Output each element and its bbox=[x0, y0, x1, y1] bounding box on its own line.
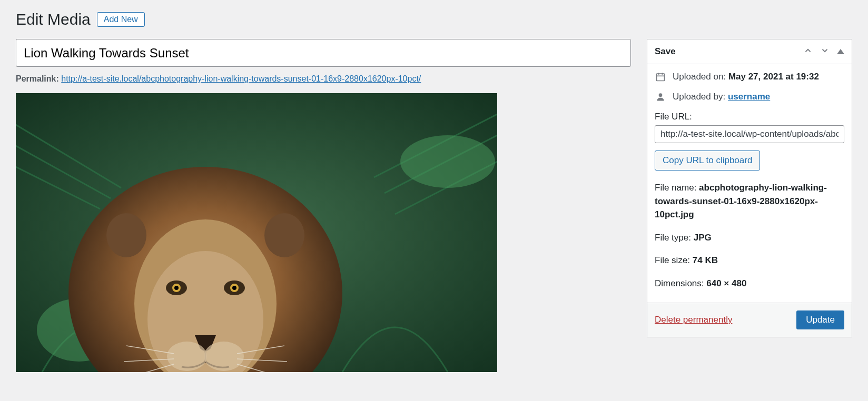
svg-point-20 bbox=[659, 93, 663, 97]
save-metabox: Save Uploaded on: May 27, 2021 at 19:32 bbox=[647, 39, 852, 337]
file-size-row: File size: 74 KB bbox=[655, 254, 844, 267]
move-up-icon[interactable] bbox=[803, 46, 813, 57]
save-metabox-title: Save bbox=[655, 46, 676, 57]
svg-point-12 bbox=[174, 286, 179, 290]
move-down-icon[interactable] bbox=[820, 46, 830, 57]
dimensions-value: 640 × 480 bbox=[706, 278, 746, 288]
copy-url-button[interactable]: Copy URL to clipboard bbox=[655, 151, 760, 171]
update-button[interactable]: Update bbox=[796, 310, 844, 329]
calendar-icon bbox=[655, 72, 666, 82]
svg-point-4 bbox=[106, 213, 146, 257]
svg-point-14 bbox=[167, 342, 207, 371]
uploaded-on-row: Uploaded on: May 27, 2021 at 19:32 bbox=[673, 72, 819, 82]
media-preview-image bbox=[16, 93, 497, 372]
delete-permanently-link[interactable]: Delete permanently bbox=[655, 315, 732, 325]
uploaded-by-link[interactable]: username bbox=[728, 92, 770, 102]
user-icon bbox=[655, 92, 666, 102]
add-new-button[interactable]: Add New bbox=[97, 12, 145, 27]
dimensions-label: Dimensions: bbox=[655, 278, 704, 288]
svg-rect-16 bbox=[657, 74, 665, 81]
file-url-input[interactable] bbox=[655, 125, 844, 143]
file-url-label: File URL: bbox=[655, 112, 844, 122]
svg-point-13 bbox=[232, 286, 236, 290]
file-type-label: File type: bbox=[655, 233, 691, 243]
svg-point-1 bbox=[400, 135, 495, 188]
permalink-link[interactable]: http://a-test-site.local/abcphotography-… bbox=[61, 74, 421, 83]
permalink-label: Permalink: bbox=[16, 74, 59, 83]
file-size-label: File size: bbox=[655, 255, 690, 265]
dimensions-row: Dimensions: 640 × 480 bbox=[655, 277, 844, 290]
page-title: Edit Media bbox=[16, 11, 91, 28]
content-area: Permalink: http://a-test-site.local/abcp… bbox=[16, 39, 631, 372]
uploaded-by-row: Uploaded by: username bbox=[673, 92, 770, 102]
file-name-row: File name: abcphotography-lion-walking-t… bbox=[655, 181, 844, 222]
file-name-label: File name: bbox=[655, 183, 696, 193]
media-title-input[interactable] bbox=[16, 39, 631, 67]
file-type-row: File type: JPG bbox=[655, 231, 844, 245]
uploaded-by-label: Uploaded by: bbox=[673, 92, 725, 102]
collapse-toggle-icon[interactable] bbox=[837, 49, 844, 54]
svg-point-15 bbox=[204, 342, 244, 371]
file-type-value: JPG bbox=[694, 233, 712, 243]
svg-point-5 bbox=[264, 213, 304, 257]
uploaded-on-value: May 27, 2021 at 19:32 bbox=[728, 72, 819, 82]
file-size-value: 74 KB bbox=[693, 255, 718, 265]
uploaded-on-label: Uploaded on: bbox=[673, 72, 726, 82]
